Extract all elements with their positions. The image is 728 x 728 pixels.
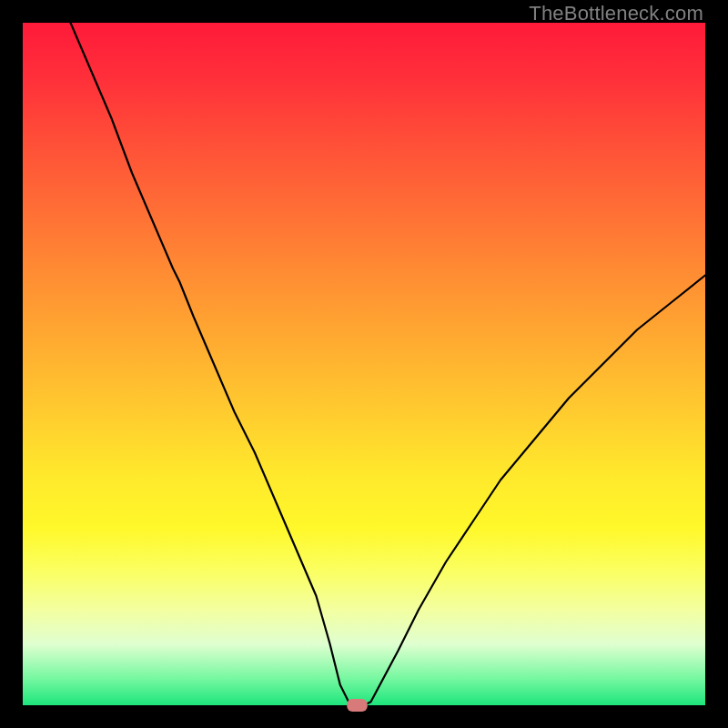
target-marker xyxy=(347,699,368,712)
chart-frame: TheBottleneck.com xyxy=(0,0,728,728)
plot-svg xyxy=(23,23,705,705)
bottleneck-curve xyxy=(71,23,706,705)
plot-area xyxy=(23,23,705,705)
